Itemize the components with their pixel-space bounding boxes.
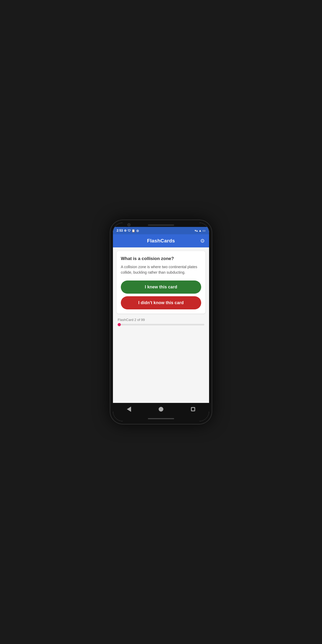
shield-status-icon: 🛡 xyxy=(128,229,131,232)
phone-top-bar xyxy=(113,223,209,227)
back-nav-icon xyxy=(127,407,131,412)
recent-nav-button[interactable] xyxy=(190,406,196,412)
phone-frame: 2:53 ⚙ 🛡 📋 ◎ ▾▴ ▲ ▭ FlashCards ⚙ What is… xyxy=(110,220,212,424)
progress-section: FlashCard 2 of 99 xyxy=(117,317,205,326)
home-nav-icon xyxy=(159,407,163,412)
recent-nav-icon xyxy=(191,407,195,411)
at-status-icon: ◎ xyxy=(136,229,139,232)
camera-lens xyxy=(127,223,131,226)
status-time: 2:53 xyxy=(117,229,123,232)
didnt-know-card-button[interactable]: I didn't know this card xyxy=(121,296,201,309)
speaker-grille xyxy=(148,224,174,226)
back-nav-button[interactable] xyxy=(126,406,132,413)
home-nav-button[interactable] xyxy=(158,406,164,413)
signal-icon: ▲ xyxy=(199,229,202,232)
status-bar: 2:53 ⚙ 🛡 📋 ◎ ▾▴ ▲ ▭ xyxy=(113,227,209,234)
sim-status-icon: 📋 xyxy=(132,229,135,232)
status-right-group: ▾▴ ▲ ▭ xyxy=(195,229,205,232)
settings-button[interactable]: ⚙ xyxy=(200,238,205,244)
progress-bar-container xyxy=(118,324,204,325)
main-content: What is a collision zone? A collision zo… xyxy=(113,247,209,403)
app-bar: FlashCards ⚙ xyxy=(113,234,209,247)
wifi-icon: ▾▴ xyxy=(195,229,198,232)
status-left-group: 2:53 ⚙ 🛡 📋 ◎ xyxy=(117,229,139,232)
app-title: FlashCards xyxy=(147,238,175,244)
phone-bottom-bar xyxy=(113,417,209,421)
card-answer: A collision zone is where two continenta… xyxy=(121,264,201,275)
bottom-nav xyxy=(113,403,209,417)
gear-status-icon: ⚙ xyxy=(124,229,127,232)
knew-card-button[interactable]: I knew this card xyxy=(121,281,201,294)
battery-icon: ▭ xyxy=(202,229,205,232)
flashcard: What is a collision zone? A collision zo… xyxy=(117,251,205,314)
card-question: What is a collision zone? xyxy=(121,256,201,262)
progress-bar-fill xyxy=(118,324,120,325)
gesture-bar xyxy=(148,418,174,419)
progress-label: FlashCard 2 of 99 xyxy=(118,318,204,322)
phone-screen: 2:53 ⚙ 🛡 📋 ◎ ▾▴ ▲ ▭ FlashCards ⚙ What is… xyxy=(113,223,209,421)
